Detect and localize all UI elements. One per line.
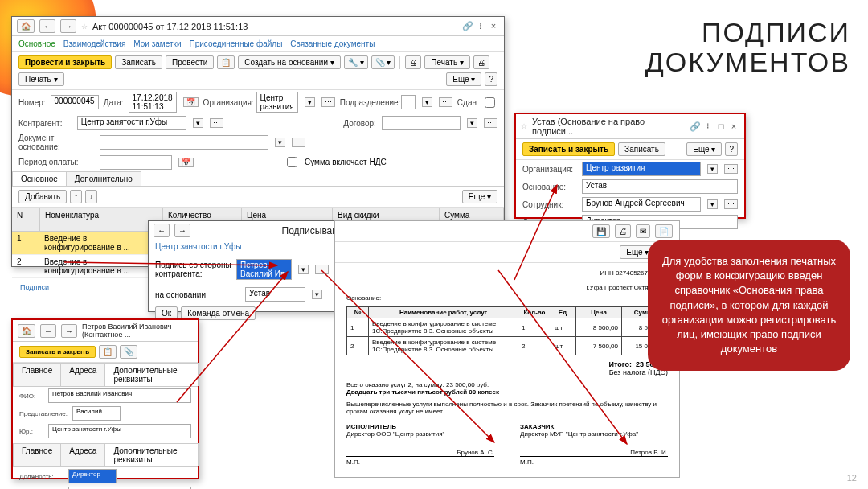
docosn-input[interactable]	[100, 135, 268, 150]
contact-dolzh[interactable]: Директор	[68, 469, 117, 483]
window-title: Акт 000000045 от 17.12.2018 11:51:13	[92, 22, 456, 31]
ustav-window: ☆ Устав (Основание на право подписи... 🔗…	[514, 113, 746, 219]
contr-input[interactable]: Центр занятости г.Уфы	[77, 116, 186, 130]
doc-print-icon[interactable]: 🖨	[615, 224, 631, 238]
send-checkbox[interactable]	[485, 97, 495, 108]
subtab-main[interactable]: Основное	[12, 171, 67, 186]
tab-main[interactable]: Основное	[18, 39, 55, 48]
help2-icon[interactable]: ?	[485, 72, 497, 86]
down-icon[interactable]: ↓	[85, 190, 97, 203]
doc-table: №Наименование работ, услугКол-воЕд.ЦенаС…	[346, 306, 668, 355]
star2-icon[interactable]: ☆	[521, 122, 527, 130]
print-icon[interactable]: 🖨	[405, 55, 421, 69]
link-icon[interactable]: 🔗	[462, 21, 473, 31]
dog-input[interactable]	[382, 116, 461, 130]
ustav-save[interactable]: Записать	[618, 142, 665, 156]
doc-save-icon[interactable]: 💾	[592, 224, 610, 238]
date-label: Дата:	[104, 98, 124, 107]
signer-org1[interactable]: Центр занятости г.Уфы	[155, 242, 241, 251]
tab-linked[interactable]: Связанные документы	[290, 39, 375, 48]
contact-window: 🏠←→ Петров Василий Иванович (Контактное …	[11, 318, 199, 479]
up-icon[interactable]: ↑	[70, 190, 82, 203]
post-button[interactable]: Провести	[166, 55, 214, 69]
tab-notes[interactable]: Мои заметки	[133, 39, 181, 48]
home-icon[interactable]: 🏠	[17, 19, 35, 33]
date-picker-icon[interactable]: 📅	[183, 97, 199, 107]
tab-files[interactable]: Присоединенные файлы	[190, 39, 283, 48]
page-number: 12	[847, 473, 857, 483]
number-label: Номер:	[18, 98, 46, 107]
help-icon[interactable]: ⁞	[475, 21, 486, 31]
print-doc: 💾 🖨 ✉ 📄 Еще ▾ ? ИНН 0274052674, КПП45345…	[334, 220, 680, 478]
ustav-sotr[interactable]: Брунов Андрей Сергеевич	[582, 197, 701, 212]
back-icon[interactable]: ←	[39, 19, 55, 33]
fwd2-icon[interactable]: →	[174, 224, 190, 237]
subdiv-input[interactable]	[401, 95, 416, 109]
org-label: Организация:	[203, 98, 252, 107]
tool2-icon[interactable]: 📎 ▾	[371, 55, 395, 69]
print2-icon[interactable]: 🖨	[473, 55, 489, 69]
org-input[interactable]: Центр развития	[256, 92, 298, 113]
ustav-osn[interactable]: Устав	[582, 179, 738, 194]
ustav-title: Устав (Основание на право подписи...	[532, 117, 683, 136]
create-based-button[interactable]: Создать на основании ▾	[238, 55, 341, 69]
ustav-save-close[interactable]: Записать и закрыть	[522, 142, 615, 156]
add-button[interactable]: Добавить	[18, 190, 67, 203]
close-icon[interactable]: ×	[488, 21, 499, 31]
save-button[interactable]: Записать	[115, 55, 162, 69]
date-input[interactable]: 17.12.2018 11:51:13	[129, 92, 177, 113]
subtab-extra[interactable]: Дополнительно	[66, 171, 141, 186]
more2-button[interactable]: Еще ▾	[462, 190, 497, 203]
print2-button[interactable]: Печать ▾	[18, 72, 64, 86]
more-button[interactable]: Еще ▾	[446, 72, 481, 86]
number-input[interactable]: 000000045	[51, 95, 99, 109]
contr-signer-input[interactable]: Петров Василий Ив	[236, 259, 292, 280]
period-input[interactable]	[100, 155, 172, 170]
contr-label: Контрагент:	[18, 119, 72, 128]
tool1-icon[interactable]: 🔧 ▾	[344, 55, 368, 69]
contact-save-close[interactable]: Записать и закрыть	[19, 346, 96, 358]
act-tabs: Основное Взаимодействия Мои заметки Прис…	[12, 36, 504, 52]
subdiv-label: Подразделение:	[340, 98, 396, 107]
back2-icon[interactable]: ←	[154, 224, 170, 237]
post-close-button[interactable]: Провести и закрыть	[18, 55, 112, 69]
callout: Для удобства заполнения печатных форм в …	[648, 240, 850, 371]
signatures-link[interactable]: Подписи	[20, 283, 49, 291]
star-icon[interactable]: ☆	[81, 23, 88, 31]
fwd-icon[interactable]: →	[60, 19, 76, 33]
slide-title: ПОДПИСИДОКУМЕНТОВ	[645, 18, 850, 78]
ustav-org[interactable]: Центр развития	[582, 162, 701, 176]
posting-icon[interactable]: 📋	[217, 55, 235, 69]
doc-zoom-icon[interactable]: 📄	[655, 224, 673, 238]
print-button[interactable]: Печать ▾	[424, 55, 470, 69]
doc-mail-icon[interactable]: ✉	[636, 224, 650, 238]
tab-inter[interactable]: Взаимодействия	[63, 39, 126, 48]
ustav-more[interactable]: Еще ▾	[686, 142, 722, 156]
vat-checkbox[interactable]	[287, 157, 297, 167]
base1-input[interactable]: Устав	[245, 287, 305, 302]
